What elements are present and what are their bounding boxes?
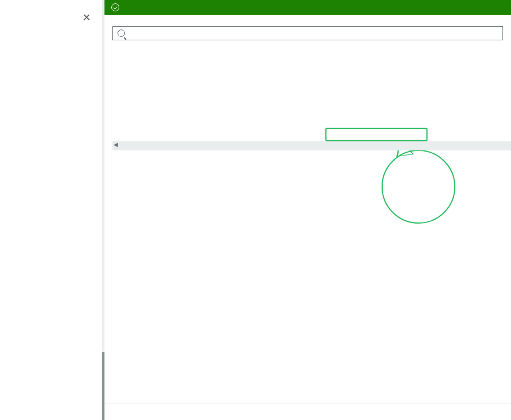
success-banner <box>104 0 511 15</box>
search-input[interactable] <box>128 29 498 37</box>
volumes-table-wrap <box>112 45 511 404</box>
horizontal-scrollbar[interactable] <box>112 141 511 150</box>
sidebar: ✕ <box>0 0 102 420</box>
main-pane <box>104 0 511 420</box>
highlight-box <box>325 128 428 141</box>
check-circle-icon <box>111 3 119 11</box>
annotation-bubble <box>382 150 455 224</box>
close-icon[interactable]: ✕ <box>82 11 91 24</box>
region-summary-heading <box>104 404 511 420</box>
search-icon <box>118 30 125 37</box>
search-box[interactable] <box>112 26 503 40</box>
